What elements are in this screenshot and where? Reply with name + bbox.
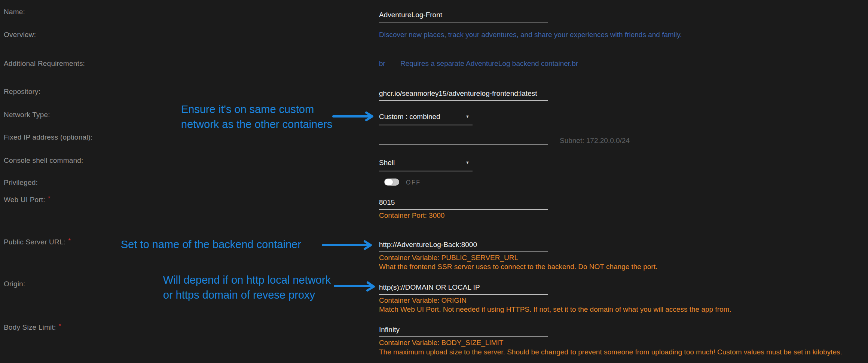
annotation-origin: Will depend if on http local network or … [163,272,331,302]
additional-requirements-text: Requires a separate AdventureLog backend… [400,60,578,67]
console-shell-command-label: Console shell command: [4,156,83,165]
annotation-arrow-origin [334,281,379,292]
web-ui-port-input[interactable]: 8015 [379,198,548,210]
additional-requirements-prefix: br [379,60,385,67]
annotation-network-type: Ensure it's on same custom network as th… [181,102,333,132]
body-size-limit-input[interactable]: Infinity [379,326,548,337]
chevron-down-icon: ▼ [465,113,470,119]
additional-requirements-description: brRequires a separate AdventureLog backe… [379,60,578,68]
fixed-ip-input[interactable] [379,134,548,145]
console-shell-select[interactable]: Shell ▼ [379,159,473,171]
annotation-public-server-url: Set to name of the backend container [121,237,301,252]
overview-description: Discover new places, track your adventur… [379,31,682,39]
public-server-url-label: Public Server URL:* [4,237,71,246]
privileged-toggle[interactable] [384,179,399,186]
body-size-limit-variable-help: Container Variable: BODY_SIZE_LIMIT [379,339,503,347]
network-type-select[interactable]: Custom : combined ▼ [379,113,473,125]
repository-input[interactable]: ghcr.io/seanmorley15/adventurelog-fronte… [379,89,548,101]
origin-help: Match Web UI Port. Not needed if using H… [379,305,731,314]
console-shell-selected-option: Shell [379,159,395,167]
name-label: Name: [4,8,25,16]
body-size-limit-help: The maximum upload size to the server. S… [379,348,842,356]
origin-input[interactable]: http(s)://DOMAIN OR LOCAL IP [379,283,548,295]
required-asterisk: * [58,323,61,330]
container-settings-form: Name: Overview: Additional Requirements:… [0,0,868,363]
web-ui-port-label: Web UI Port:* [4,195,51,204]
chevron-down-icon: ▼ [465,159,470,165]
network-type-selected-option: Custom : combined [379,113,440,121]
origin-variable-help: Container Variable: ORIGIN [379,296,467,305]
public-server-url-help: What the frontend SSR server uses to con… [379,263,657,271]
container-port-help: Container Port: 3000 [379,211,444,220]
origin-label: Origin: [4,280,25,288]
annotation-arrow-public-server-url [322,240,376,250]
toggle-knob [385,179,393,185]
repository-label: Repository: [4,88,40,96]
additional-requirements-label: Additional Requirements: [4,60,85,68]
annotation-arrow-network-type [332,111,377,122]
network-type-label: Network Type: [4,111,50,119]
subnet-hint: Subnet: 172.20.0.0/24 [560,137,630,145]
required-asterisk: * [48,195,51,202]
body-size-limit-label: Body Size Limit:* [4,323,61,332]
fixed-ip-label: Fixed IP address (optional): [4,133,93,141]
public-server-url-input[interactable]: http://AdventureLog-Back:8000 [379,241,548,252]
public-server-url-variable-help: Container Variable: PUBLIC_SERVER_URL [379,254,518,262]
name-input[interactable]: AdventureLog-Front [379,11,548,22]
overview-label: Overview: [4,31,36,39]
privileged-label: Privileged: [4,179,38,187]
privileged-toggle-state: OFF [406,179,421,186]
required-asterisk: * [68,237,71,244]
